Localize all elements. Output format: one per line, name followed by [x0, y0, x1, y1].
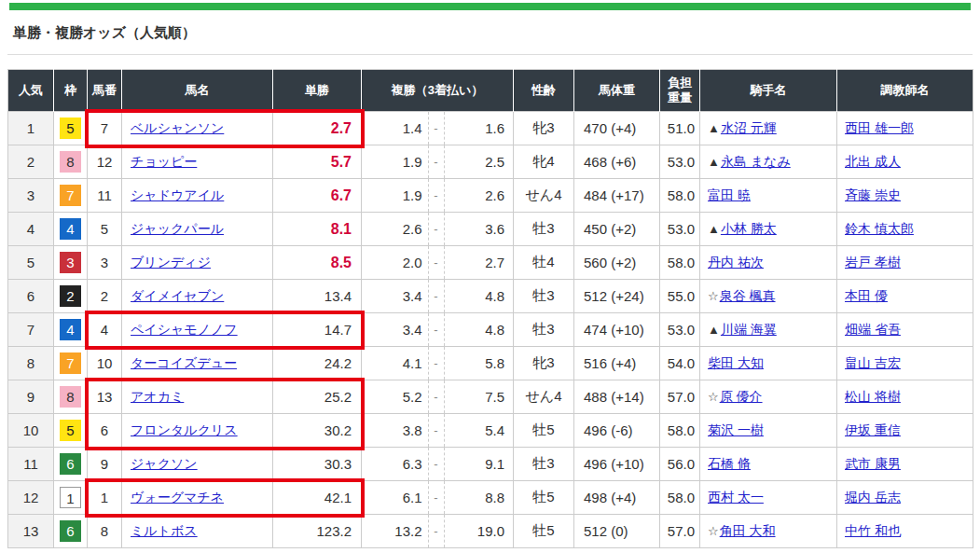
- trainer-cell: 伊坂 重信: [837, 414, 973, 448]
- place-odds-min: 6.1: [362, 481, 428, 514]
- place-odds-min: 3.8: [362, 414, 428, 447]
- trainer-link[interactable]: 伊坂 重信: [845, 422, 901, 437]
- jockey-link[interactable]: 泉谷 楓真: [720, 288, 776, 303]
- win-odds-cell: 14.7: [273, 313, 362, 347]
- rank-cell: 5: [8, 246, 54, 280]
- horse-name-cell: ジャクソン: [122, 448, 273, 481]
- horse-name-link[interactable]: ミルトボス: [131, 523, 198, 538]
- win-odds-cell: 8.1: [273, 213, 362, 246]
- jockey-link[interactable]: 西村 太一: [708, 490, 764, 505]
- place-odds-max: 19.0: [445, 515, 514, 547]
- jockey-cell: ☆角田 大和: [700, 515, 837, 548]
- rank-cell: 12: [8, 481, 54, 515]
- trainer-link[interactable]: 武市 康男: [845, 456, 901, 471]
- jockey-link[interactable]: 菊沢 一樹: [708, 422, 764, 437]
- trainer-cell: 鈴木 慎太郎: [837, 213, 973, 246]
- accent-top-bar: [9, 3, 971, 10]
- header-place-odds: 複勝（3着払い）: [362, 70, 514, 112]
- horse-weight-cell: 468 (+6): [574, 145, 660, 179]
- jockey-cell: 石橋 脩: [700, 448, 837, 481]
- table-row: 1169ジャクソン30.36.3-9.1牡3496 (+10)56.0石橋 脩武…: [8, 448, 973, 481]
- jockey-link[interactable]: 柴田 大知: [708, 355, 764, 370]
- jockey-cell: 柴田 大知: [700, 347, 837, 380]
- win-odds-cell: 42.1: [273, 481, 362, 515]
- jockey-link[interactable]: 小林 勝太: [721, 221, 777, 236]
- horse-name-link[interactable]: アオカミ: [131, 389, 184, 404]
- trainer-link[interactable]: 斉藤 崇史: [845, 187, 901, 202]
- place-odds-separator: -: [428, 448, 445, 480]
- header-jockey: 騎手名: [700, 70, 837, 112]
- divider: [7, 54, 973, 55]
- horse-name-link[interactable]: ジャクソン: [131, 456, 198, 471]
- horse-name-link[interactable]: ジャックパール: [131, 221, 224, 236]
- horse-name-cell: チョッピー: [122, 145, 273, 179]
- frame-badge: 5: [60, 118, 81, 139]
- horse-number-cell: 7: [88, 112, 122, 145]
- jockey-link[interactable]: 富田 暁: [708, 187, 751, 202]
- apprentice-mark: ☆: [708, 524, 719, 538]
- table-row: 1056フロンタルクリス30.23.8-5.4牡5496 (-6)58.0菊沢 …: [8, 414, 973, 448]
- trainer-link[interactable]: 畑端 省吾: [845, 322, 901, 337]
- trainer-link[interactable]: 本田 優: [845, 288, 888, 303]
- trainer-link[interactable]: 松山 将樹: [845, 389, 901, 404]
- horse-weight-cell: 516 (+4): [574, 347, 660, 380]
- jockey-link[interactable]: 川端 海翼: [721, 322, 777, 337]
- place-odds-min: 2.0: [362, 246, 428, 279]
- horse-name-link[interactable]: シャドウアイル: [131, 187, 224, 202]
- place-odds-cell: 1.9-2.5: [362, 145, 514, 179]
- trainer-link[interactable]: 中竹 和也: [845, 523, 901, 538]
- impost-cell: 54.0: [660, 347, 700, 380]
- trainer-link[interactable]: 北出 成人: [845, 154, 901, 169]
- rank-cell: 6: [8, 280, 54, 313]
- jockey-cell: ▲川端 海翼: [700, 313, 837, 347]
- horse-name-link[interactable]: ダイメイセブン: [131, 288, 224, 303]
- horse-number-cell: 2: [88, 280, 122, 313]
- jockey-cell: ☆泉谷 楓真: [700, 280, 837, 313]
- horse-name-link[interactable]: ベルシャンソン: [131, 120, 224, 135]
- horse-name-link[interactable]: ヴォーグマチネ: [131, 490, 224, 505]
- impost-cell: 55.0: [660, 280, 700, 313]
- horse-name-link[interactable]: フロンタルクリス: [131, 422, 238, 437]
- place-odds-max: 4.8: [445, 280, 514, 312]
- table-row: 533ブリンディジ8.52.0-2.7牡4560 (+2)58.0丹内 祐次岩戸…: [8, 246, 973, 280]
- frame-badge: 6: [60, 520, 81, 542]
- trainer-cell: 松山 将樹: [837, 380, 973, 414]
- trainer-link[interactable]: 西田 雄一郎: [845, 120, 914, 135]
- rank-cell: 4: [8, 213, 54, 246]
- sex-age-cell: 牡3: [514, 280, 574, 313]
- place-odds-cell: 6.3-9.1: [362, 448, 514, 481]
- horse-name-link[interactable]: チョッピー: [131, 154, 197, 169]
- impost-cell: 51.0: [660, 112, 700, 145]
- horse-weight-cell: 560 (+2): [574, 246, 660, 280]
- jockey-link[interactable]: 水沼 元輝: [721, 120, 777, 135]
- impost-cell: 53.0: [660, 145, 700, 179]
- frame-cell: 5: [54, 414, 88, 448]
- sex-age-cell: 牝3: [514, 347, 574, 380]
- trainer-link[interactable]: 鈴木 慎太郎: [845, 221, 914, 236]
- horse-name-link[interactable]: ペイシャモノノフ: [131, 322, 238, 337]
- jockey-link[interactable]: 永島 まなみ: [721, 154, 791, 169]
- horse-name-link[interactable]: ターコイズデュー: [131, 355, 237, 370]
- jockey-link[interactable]: 原 優介: [720, 389, 763, 404]
- frame-cell: 5: [54, 112, 88, 145]
- horse-name-link[interactable]: ブリンディジ: [131, 255, 211, 270]
- horse-weight-cell: 498 (+4): [574, 481, 660, 515]
- header-horse-number: 馬番: [88, 70, 122, 112]
- table-row: 744ペイシャモノノフ14.73.4-4.8牡3474 (+10)53.0▲川端…: [8, 313, 973, 347]
- sex-age-cell: 牝4: [514, 145, 574, 179]
- jockey-link[interactable]: 丹内 祐次: [708, 255, 764, 270]
- trainer-cell: 武市 康男: [837, 448, 973, 481]
- place-odds-max: 2.5: [445, 145, 514, 178]
- frame-cell: 6: [54, 448, 88, 481]
- impost-cell: 58.0: [660, 246, 700, 280]
- impost-cell: 56.0: [660, 448, 700, 481]
- sex-age-cell: 牡5: [514, 515, 574, 548]
- jockey-link[interactable]: 角田 大和: [720, 523, 776, 538]
- trainer-link[interactable]: 岩戸 孝樹: [845, 255, 901, 270]
- jockey-cell: ☆原 優介: [700, 380, 837, 414]
- jockey-link[interactable]: 石橋 脩: [708, 456, 751, 471]
- trainer-link[interactable]: 畠山 吉宏: [845, 355, 901, 370]
- trainer-link[interactable]: 堀内 岳志: [845, 490, 901, 505]
- trainer-cell: 本田 優: [837, 280, 973, 313]
- place-odds-max: 3.6: [445, 213, 514, 245]
